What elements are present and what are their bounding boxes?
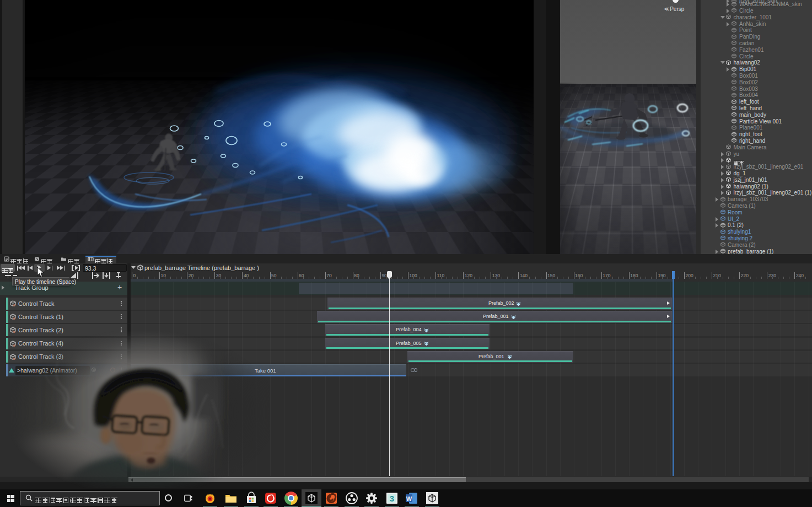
svg-text:W: W [406, 495, 412, 502]
svg-text:3: 3 [390, 494, 394, 503]
